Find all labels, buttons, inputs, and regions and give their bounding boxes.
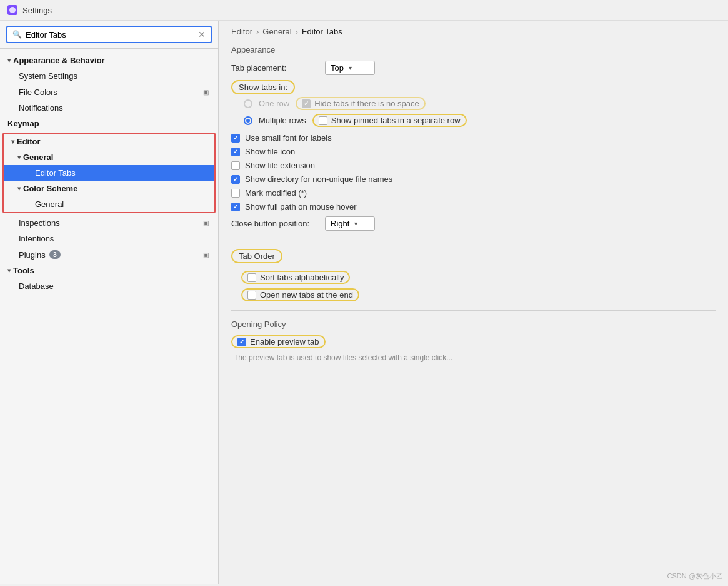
title-bar-text: Settings	[22, 6, 52, 15]
preview-tab-checkbox[interactable]	[237, 338, 246, 346]
open-end-highlight: Open new tabs at the end	[241, 288, 359, 301]
search-wrapper[interactable]: 🔍 ✕	[6, 26, 212, 43]
sidebar-item-system-settings[interactable]: System Settings	[0, 68, 218, 84]
full-path-checkbox[interactable]	[231, 203, 240, 211]
sidebar-item-appearance-behavior[interactable]: ▾ Appearance & Behavior	[0, 53, 218, 68]
one-row-radio[interactable]	[244, 99, 252, 108]
app-icon	[7, 5, 17, 15]
tab-placement-row: Tab placement: Top ▾	[231, 61, 716, 75]
breadcrumb-current: Editor Tabs	[302, 27, 342, 36]
sidebar-nav: ▾ Appearance & Behavior System Settings …	[0, 49, 218, 584]
open-end-row: Open new tabs at the end	[231, 288, 716, 301]
plugins-label-group: Plugins 3	[19, 250, 61, 260]
content-area: Editor › General › Editor Tabs Appearanc…	[219, 21, 728, 584]
preview-tab-label: Enable preview tab	[250, 337, 319, 346]
show-icon-row: Show file icon	[231, 147, 716, 156]
close-btn-dropdown[interactable]: Right ▾	[325, 216, 375, 231]
hide-tabs-checkbox	[302, 99, 311, 108]
tab-order-section: Tab Order Sort tabs alphabetically	[231, 249, 716, 301]
multiple-rows-radio[interactable]	[244, 116, 252, 125]
chevron-down-icon: ▾	[11, 138, 14, 145]
sidebar-item-inspections[interactable]: Inspections ▣	[0, 215, 218, 231]
small-font-checkbox[interactable]	[231, 134, 240, 143]
search-clear-icon[interactable]: ✕	[198, 29, 206, 39]
multiple-rows-radio-row: Multiple rows Show pinned tabs in a sepa…	[231, 114, 716, 127]
tab-order-label: Tab Order	[231, 249, 282, 263]
sidebar-item-tools[interactable]: ▾ Tools	[0, 263, 218, 278]
mark-modified-row: Mark modified (*)	[231, 188, 716, 198]
sidebar-item-editor-tabs[interactable]: Editor Tabs	[4, 165, 214, 181]
one-row-radio-row: One row Hide tabs if there is no space	[231, 97, 716, 110]
sidebar-item-general-cs[interactable]: General	[4, 196, 214, 212]
sidebar-item-notifications[interactable]: Notifications	[0, 100, 218, 116]
sidebar-item-color-scheme[interactable]: ▾ Color Scheme	[4, 181, 214, 196]
one-row-label: One row	[259, 99, 289, 108]
tab-placement-dropdown[interactable]: Top ▾	[325, 61, 375, 75]
hide-tabs-label: Hide tabs if there is no space	[314, 99, 419, 108]
divider-1	[231, 240, 716, 240]
plugins-badge: 3	[49, 250, 61, 259]
sort-alpha-highlight: Sort tabs alphabetically	[241, 271, 350, 284]
chevron-down-icon: ▾	[7, 267, 11, 274]
show-extension-row: Show file extension	[231, 161, 716, 170]
show-pinned-label: Show pinned tabs in a separate row	[331, 116, 461, 125]
sidebar-item-keymap[interactable]: Keymap	[0, 116, 218, 131]
sort-alpha-row: Sort tabs alphabetically	[231, 271, 716, 284]
title-bar: Settings	[0, 0, 728, 21]
show-tabs-in-label: Show tabs in:	[231, 80, 295, 94]
sort-alpha-inner: Sort tabs alphabetically	[241, 271, 350, 284]
full-path-row: Show full path on mouse hover	[231, 202, 716, 211]
sidebar-item-intentions[interactable]: Intentions	[0, 231, 218, 246]
main-container: 🔍 ✕ ▾ Appearance & Behavior System Setti…	[0, 21, 728, 584]
show-directory-row: Show directory for non-unique file names	[231, 174, 716, 184]
full-path-label: Show full path on mouse hover	[245, 202, 357, 211]
settings-icon: ▣	[201, 250, 211, 260]
tab-order-label-row: Tab Order	[231, 249, 716, 263]
search-input[interactable]	[26, 30, 194, 39]
open-end-checkbox[interactable]	[247, 291, 256, 300]
settings-icon: ▣	[201, 87, 211, 97]
settings-icon: ▣	[201, 218, 211, 228]
breadcrumb-editor: Editor	[231, 27, 252, 36]
sidebar: 🔍 ✕ ▾ Appearance & Behavior System Setti…	[0, 21, 219, 584]
watermark: CSDN @灰色小乙	[667, 572, 723, 581]
appearance-section-label: Appearance	[231, 45, 716, 54]
content-body: Appearance Tab placement: Top ▾ Show tab…	[219, 45, 728, 375]
small-font-row: Use small font for labels	[231, 133, 716, 143]
divider-2	[231, 310, 716, 311]
sidebar-item-file-colors[interactable]: File Colors ▣	[0, 84, 218, 100]
svg-point-0	[9, 7, 16, 13]
show-extension-label: Show file extension	[245, 161, 315, 170]
chevron-down-icon: ▾	[354, 220, 357, 227]
hide-tabs-inline: Hide tabs if there is no space	[296, 97, 426, 110]
preview-tab-description: The preview tab is used to show files se…	[231, 353, 716, 362]
chevron-down-icon: ▾	[349, 64, 352, 71]
show-directory-checkbox[interactable]	[231, 175, 240, 184]
close-btn-label: Close button position:	[231, 219, 319, 228]
tab-placement-label: Tab placement:	[231, 63, 319, 73]
breadcrumb-sep-2: ›	[296, 27, 298, 36]
sidebar-item-general[interactable]: ▾ General	[4, 149, 214, 165]
sidebar-item-editor[interactable]: ▾ Editor	[4, 134, 214, 149]
search-icon: 🔍	[12, 30, 22, 39]
mark-modified-checkbox[interactable]	[231, 189, 240, 198]
mark-modified-label: Mark modified (*)	[245, 188, 307, 198]
show-pinned-inline: Show pinned tabs in a separate row	[312, 114, 467, 127]
tab-placement-value: Top	[331, 63, 344, 73]
show-extension-checkbox[interactable]	[231, 161, 240, 170]
show-icon-checkbox[interactable]	[231, 148, 240, 156]
sidebar-item-database[interactable]: Database	[0, 278, 218, 294]
sort-alpha-checkbox[interactable]	[247, 273, 256, 282]
sidebar-item-plugins[interactable]: Plugins 3 ▣	[0, 246, 218, 263]
chevron-right-icon: ▾	[17, 154, 21, 161]
open-end-inner: Open new tabs at the end	[241, 288, 359, 301]
show-pinned-checkbox[interactable]	[319, 116, 327, 125]
close-btn-position-row: Close button position: Right ▾	[231, 216, 716, 231]
opening-policy-label: Opening Policy	[231, 320, 716, 329]
sidebar-section-label: Appearance & Behavior	[13, 56, 105, 65]
show-directory-label: Show directory for non-unique file names	[245, 174, 392, 184]
show-tabs-in-row: Show tabs in:	[231, 80, 716, 94]
close-btn-value: Right	[331, 219, 349, 228]
preview-tab-row: Enable preview tab	[231, 335, 716, 348]
open-end-label: Open new tabs at the end	[260, 290, 353, 300]
